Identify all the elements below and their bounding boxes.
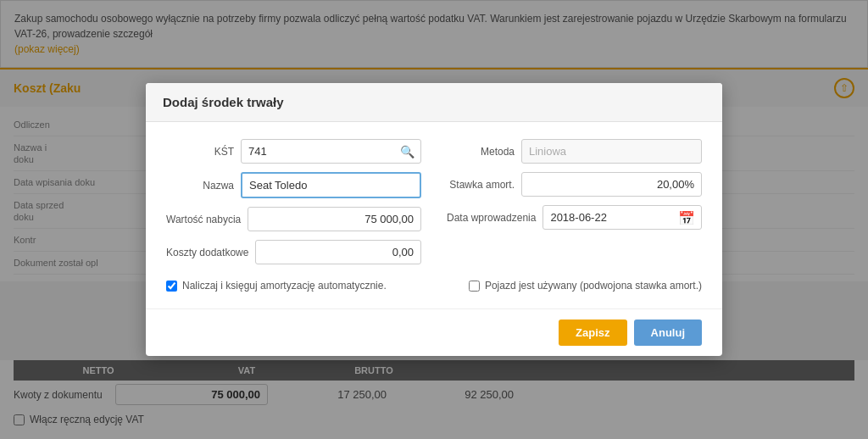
stawka-row: Stawka amort. xyxy=(447,172,702,197)
modal-title: Dodaj środek trwały xyxy=(163,95,284,109)
calendar-icon[interactable]: 📅 xyxy=(678,209,695,225)
wartosc-row: Wartość nabycia xyxy=(166,207,421,231)
stawka-label: Stawka amort. xyxy=(447,179,515,191)
pojazd-checkbox[interactable] xyxy=(469,281,480,292)
kst-search-wrapper: 🔍 xyxy=(241,139,421,164)
modal-footer: Zapisz Anuluj xyxy=(146,308,722,356)
search-icon[interactable]: 🔍 xyxy=(400,145,415,158)
pojazd-checkbox-label: Pojazd jest używany (podwojona stawka am… xyxy=(485,280,702,292)
amort-checkbox[interactable] xyxy=(166,281,177,292)
nazwa-input[interactable] xyxy=(241,172,421,198)
amort-checkbox-label: Naliczaj i księguj amortyzację automatyc… xyxy=(182,280,387,292)
kst-label: KŚT xyxy=(166,146,234,158)
page-background: Zakup samochodu osobowego wyłącznie na p… xyxy=(0,0,868,439)
amort-checkbox-section: Naliczaj i księguj amortyzację automatyc… xyxy=(166,280,387,292)
stawka-input[interactable] xyxy=(521,172,702,197)
metoda-row: Metoda xyxy=(447,139,702,164)
data-label: Data wprowadzenia xyxy=(447,212,536,224)
kst-input[interactable] xyxy=(241,139,421,164)
right-column: Metoda Stawka amort. Data wprowadzenia xyxy=(447,139,702,273)
form-grid: KŚT 🔍 Nazwa W xyxy=(166,139,702,273)
cancel-button[interactable]: Anuluj xyxy=(634,320,702,346)
koszty-label: Koszty dodatkowe xyxy=(166,247,248,258)
metoda-label: Metoda xyxy=(447,146,515,158)
wartosc-input[interactable] xyxy=(248,207,421,231)
save-button[interactable]: Zapisz xyxy=(559,320,626,346)
modal-body: KŚT 🔍 Nazwa W xyxy=(146,122,722,308)
date-wrapper: 📅 xyxy=(542,205,702,230)
nazwa-label: Nazwa xyxy=(166,180,234,192)
metoda-input xyxy=(521,139,702,164)
nazwa-row: Nazwa xyxy=(166,172,421,198)
modal-header: Dodaj środek trwały xyxy=(146,83,722,122)
bottom-checks: Naliczaj i księguj amortyzację automatyc… xyxy=(166,280,702,292)
left-column: KŚT 🔍 Nazwa W xyxy=(166,139,421,273)
modal-overlay: Dodaj środek trwały KŚT 🔍 xyxy=(0,0,868,439)
modal-dialog: Dodaj środek trwały KŚT 🔍 xyxy=(146,83,722,356)
pojazd-checkbox-section: Pojazd jest używany (podwojona stawka am… xyxy=(469,280,702,292)
data-row: Data wprowadzenia 📅 xyxy=(447,205,702,230)
wartosc-label: Wartość nabycia xyxy=(166,214,241,225)
koszty-input[interactable] xyxy=(255,240,421,264)
koszty-row: Koszty dodatkowe xyxy=(166,240,421,264)
kst-row: KŚT 🔍 xyxy=(166,139,421,164)
